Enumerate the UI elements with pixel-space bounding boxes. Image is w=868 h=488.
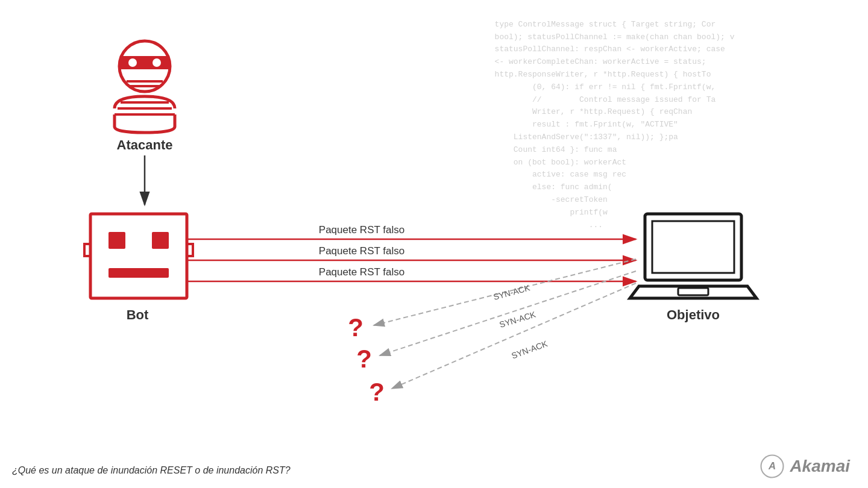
bottom-question: ¿Qué es un ataque de inundación RESET o …: [12, 465, 291, 476]
akamai-circle-icon: A: [760, 454, 785, 479]
svg-point-0: [119, 41, 170, 92]
svg-point-2: [128, 58, 137, 67]
akamai-text: Akamai: [790, 457, 850, 476]
svg-rect-15: [108, 268, 169, 278]
objective-label: Objetivo: [667, 307, 720, 322]
diagram-svg: Atacante Bot Objetivo: [0, 0, 868, 488]
svg-rect-18: [678, 288, 708, 295]
svg-rect-1: [119, 56, 170, 69]
bot-label: Bot: [127, 307, 149, 322]
syn-ack-label-3: SYN-ACK: [510, 339, 549, 361]
svg-line-26: [380, 271, 636, 355]
svg-line-27: [392, 283, 636, 389]
question-mark-1: ?: [348, 313, 363, 342]
packet-label-2: Paquete RST falso: [319, 245, 404, 257]
packet-label-3: Paquete RST falso: [319, 266, 404, 278]
attacker-icon: [115, 41, 175, 133]
svg-text:A: A: [768, 460, 776, 472]
svg-rect-17: [652, 221, 734, 273]
svg-rect-16: [645, 214, 741, 280]
bot-icon: [84, 214, 193, 298]
packet-label-1: Paquete RST falso: [319, 224, 404, 236]
akamai-logo: A Akamai: [760, 454, 850, 479]
svg-rect-13: [108, 232, 125, 249]
code-background: type ControlMessage struct { Target stri…: [476, 0, 868, 488]
question-mark-2: ?: [356, 345, 372, 373]
svg-rect-14: [152, 232, 169, 249]
syn-ack-label-2: SYN-ACK: [498, 309, 537, 330]
svg-rect-10: [90, 214, 187, 298]
svg-point-3: [153, 58, 161, 67]
svg-rect-11: [84, 244, 90, 256]
objective-icon: [630, 214, 756, 298]
svg-line-25: [374, 259, 636, 325]
attacker-label: Atacante: [117, 137, 173, 152]
question-mark-3: ?: [369, 378, 385, 406]
syn-ack-label-1: SYN-ACK: [492, 283, 532, 302]
svg-rect-12: [187, 244, 193, 256]
